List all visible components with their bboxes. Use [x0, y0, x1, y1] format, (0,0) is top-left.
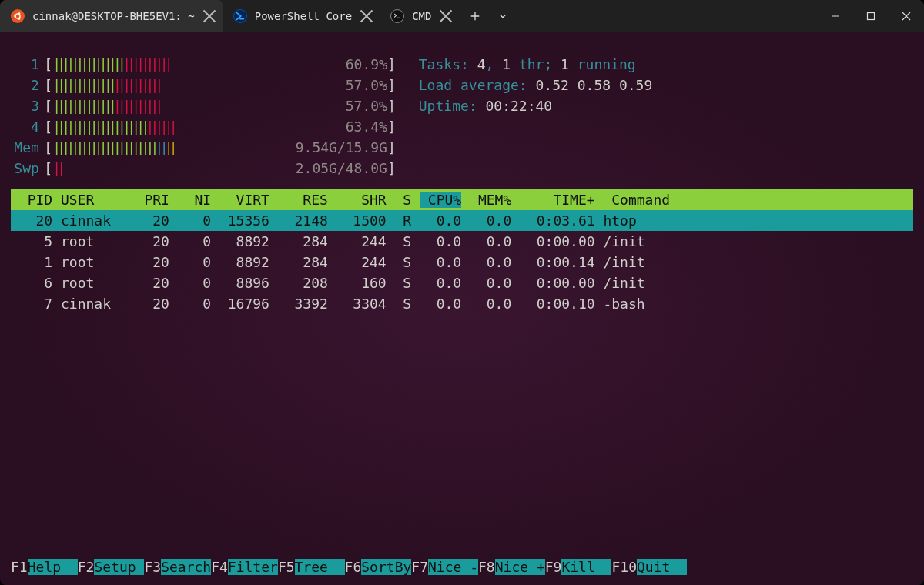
terminal-surface[interactable]: 1[|||||||||||||||||||||||||60.9%] 2[||||… — [0, 32, 924, 585]
cpu-meter: 4[||||||||||||||||||||||||||63.4%] — [11, 116, 396, 137]
fkey: F6 — [345, 559, 362, 575]
cpu-meter: 3[|||||||||||||||||||||||57.0%] — [11, 95, 396, 116]
function-key-bar: F1Help F2Setup F3SearchF4FilterF5Tree F6… — [11, 557, 913, 577]
powershell-icon — [233, 9, 247, 23]
table-row[interactable]: 20 cinnak 20 0 15356 2148 1500 R 0.0 0.0… — [11, 210, 913, 231]
tab-label: CMD — [412, 10, 431, 22]
terminal-window: cinnak@DESKTOP-BHE5EV1: ~ PowerShell Cor… — [0, 0, 924, 585]
mem-meter: Mem[||||||||||||||||||||||||||9.54G/15.9… — [11, 137, 396, 158]
swp-meter: Swp[||2.05G/48.0G] — [11, 158, 396, 179]
tab-close-button[interactable] — [360, 9, 373, 23]
fkey: F7 — [411, 559, 428, 575]
fkey-action[interactable]: Help — [28, 559, 78, 575]
table-row[interactable]: 5 root 20 0 8892 284 244 S 0.0 0.0 0:00.… — [11, 231, 913, 252]
cpu-meter: 1[|||||||||||||||||||||||||60.9%] — [11, 54, 396, 75]
fkey: F8 — [478, 559, 495, 575]
tab-close-button[interactable] — [203, 9, 216, 23]
fkey: F9 — [545, 559, 562, 575]
meters-block: 1[|||||||||||||||||||||||||60.9%] 2[||||… — [11, 54, 396, 179]
new-tab-button[interactable] — [464, 5, 487, 28]
fkey-action[interactable]: SortBy — [361, 559, 411, 575]
tab-label: cinnak@DESKTOP-BHE5EV1: ~ — [32, 10, 195, 22]
process-table: PID USER PRI NI VIRT RES SHR S CPU% MEM%… — [11, 189, 913, 314]
tab-controls — [459, 0, 519, 32]
tab-ubuntu[interactable]: cinnak@DESKTOP-BHE5EV1: ~ — [0, 0, 223, 32]
close-window-button[interactable] — [889, 0, 924, 32]
fkey-action[interactable]: Nice + — [495, 559, 545, 575]
svg-point-3 — [15, 14, 20, 18]
fkey-action[interactable]: Quit — [637, 559, 687, 575]
tab-strip: cinnak@DESKTOP-BHE5EV1: ~ PowerShell Cor… — [0, 0, 459, 32]
cmd-icon — [390, 9, 404, 23]
cpu-meter: 2[|||||||||||||||||||||||57.0%] — [11, 75, 396, 95]
fkey-action[interactable]: Nice - — [428, 559, 478, 575]
fkey: F2 — [78, 559, 95, 575]
table-row[interactable]: 7 cinnak 20 0 16796 3392 3304 S 0.0 0.0 … — [11, 293, 913, 314]
svg-rect-4 — [868, 13, 875, 20]
fkey: F5 — [278, 559, 295, 575]
fkey-action[interactable]: Tree — [295, 559, 345, 575]
titlebar: cinnak@DESKTOP-BHE5EV1: ~ PowerShell Cor… — [0, 0, 924, 32]
tab-label: PowerShell Core — [255, 10, 352, 22]
tab-close-button[interactable] — [439, 9, 453, 23]
minimize-button[interactable] — [818, 0, 853, 32]
fkey-action[interactable]: Search — [161, 559, 211, 575]
table-row[interactable]: 1 root 20 0 8892 284 244 S 0.0 0.0 0:00.… — [11, 252, 913, 272]
sysinfo-block: Tasks: 4, 1 thr; 1 runningLoad average: … — [419, 54, 653, 179]
fkey: F10 — [611, 559, 637, 575]
window-controls — [818, 0, 924, 32]
ubuntu-icon — [11, 9, 25, 23]
tab-dropdown-button[interactable] — [491, 5, 514, 28]
tab-powershell[interactable]: PowerShell Core — [223, 0, 380, 32]
fkey: F1 — [11, 559, 28, 575]
maximize-button[interactable] — [853, 0, 889, 32]
table-row[interactable]: 6 root 20 0 8896 208 160 S 0.0 0.0 0:00.… — [11, 272, 913, 293]
fkey-action[interactable]: Setup — [94, 559, 144, 575]
fkey-action[interactable]: Kill — [561, 559, 611, 575]
fkey: F4 — [211, 559, 228, 575]
fkey-action[interactable]: Filter — [228, 559, 278, 575]
table-header[interactable]: PID USER PRI NI VIRT RES SHR S CPU% MEM%… — [11, 189, 913, 210]
fkey: F3 — [144, 559, 161, 575]
tab-cmd[interactable]: CMD — [380, 0, 459, 32]
